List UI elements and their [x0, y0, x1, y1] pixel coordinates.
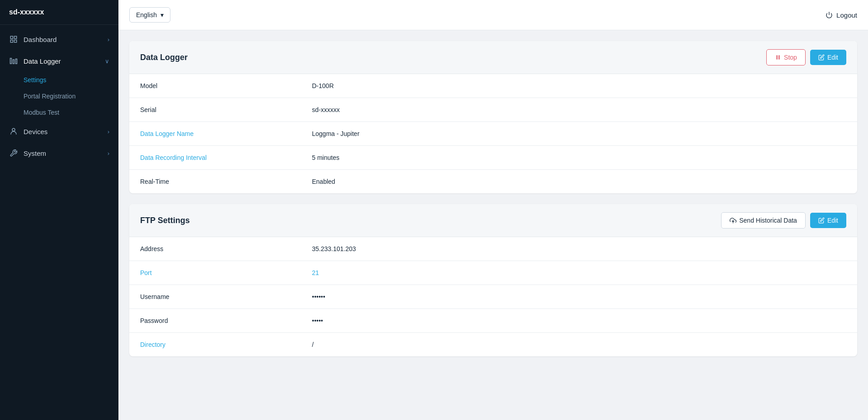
- ftp-actions: Send Historical Data Edit: [721, 212, 846, 229]
- field-value-password: •••••: [312, 317, 846, 324]
- stop-label: Stop: [784, 54, 797, 61]
- svg-point-7: [12, 128, 15, 131]
- data-logger-edit-button[interactable]: Edit: [810, 50, 846, 65]
- table-row: Address 35.233.101.203: [129, 237, 857, 261]
- svg-rect-10: [778, 55, 779, 59]
- field-label-port: Port: [140, 269, 312, 276]
- language-label: English: [136, 11, 157, 19]
- data-logger-edit-label: Edit: [827, 54, 838, 61]
- field-value-directory: /: [312, 341, 846, 348]
- field-label-directory: Directory: [140, 341, 312, 348]
- send-historical-button[interactable]: Send Historical Data: [721, 212, 806, 229]
- svg-rect-9: [777, 55, 778, 59]
- ftp-title: FTP Settings: [140, 216, 190, 225]
- data-logger-actions: Stop Edit: [766, 49, 846, 65]
- data-logger-table: Model D-100R Serial sd-xxxxxx Data Logge…: [129, 74, 857, 193]
- sidebar-sub-menu: Settings Portal Registration Modbus Test: [0, 72, 118, 121]
- grid-icon: [9, 35, 18, 44]
- sidebar-item-label-dashboard: Dashboard: [24, 36, 57, 43]
- field-value-realtime: Enabled: [312, 178, 846, 185]
- cloud-upload-icon: [730, 217, 736, 224]
- power-icon: [826, 11, 833, 19]
- ftp-header: FTP Settings Send Historical Data Edi: [129, 204, 857, 237]
- wrench-icon: [9, 149, 18, 158]
- data-logger-title: Data Logger: [140, 53, 188, 62]
- chevron-right-icon: ›: [108, 36, 109, 43]
- field-value-address: 35.233.101.203: [312, 245, 846, 252]
- main-wrapper: English ▾ Logout Data Logger Stop: [118, 0, 868, 420]
- logout-button[interactable]: Logout: [826, 11, 857, 19]
- table-row: Username ••••••: [129, 285, 857, 309]
- sidebar-item-devices[interactable]: Devices ›: [0, 121, 118, 142]
- sidebar-item-label-system: System: [24, 149, 46, 157]
- ftp-section: FTP Settings Send Historical Data Edi: [129, 204, 857, 356]
- svg-rect-5: [13, 60, 14, 64]
- field-label-serial: Serial: [140, 106, 312, 113]
- field-value-name: Loggma - Jupiter: [312, 130, 846, 137]
- sidebar-nav: Dashboard › Data Logger ∨ Settings Porta…: [0, 25, 118, 420]
- pause-icon: [775, 54, 781, 61]
- brand-name: sd-xxxxxx: [0, 0, 118, 25]
- sidebar-item-label-devices: Devices: [24, 128, 47, 135]
- ftp-table: Address 35.233.101.203 Port 21 Username …: [129, 237, 857, 356]
- table-row: Data Logger Name Loggma - Jupiter: [129, 122, 857, 146]
- stop-button[interactable]: Stop: [766, 49, 806, 65]
- svg-rect-4: [10, 58, 12, 64]
- sidebar-item-label-data-logger: Data Logger: [24, 57, 61, 65]
- field-value-serial: sd-xxxxxx: [312, 106, 846, 113]
- topbar: English ▾ Logout: [118, 0, 868, 30]
- data-logger-header: Data Logger Stop Edit: [129, 41, 857, 74]
- sidebar-item-modbus-test[interactable]: Modbus Test: [24, 104, 118, 121]
- edit-icon: [818, 54, 825, 61]
- field-value-model: D-100R: [312, 82, 846, 89]
- chevron-right-icon-3: ›: [108, 150, 109, 157]
- language-selector[interactable]: English ▾: [129, 7, 170, 23]
- main-content: Data Logger Stop Edit: [118, 30, 868, 420]
- table-row: Serial sd-xxxxxx: [129, 98, 857, 122]
- svg-rect-1: [14, 36, 17, 38]
- sidebar: sd-xxxxxx Dashboard ›: [0, 0, 118, 420]
- sidebar-item-data-logger[interactable]: Data Logger ∨: [0, 50, 118, 72]
- chevron-right-icon-2: ›: [108, 128, 109, 135]
- bars-icon: [9, 56, 18, 65]
- table-row: Port 21: [129, 261, 857, 285]
- svg-rect-0: [10, 36, 13, 38]
- field-label-password: Password: [140, 317, 312, 324]
- data-logger-section: Data Logger Stop Edit: [129, 41, 857, 193]
- table-row: Model D-100R: [129, 74, 857, 98]
- field-value-interval: 5 minutes: [312, 154, 846, 161]
- ftp-edit-button[interactable]: Edit: [810, 213, 846, 228]
- field-label-address: Address: [140, 245, 312, 252]
- field-value-port: 21: [312, 269, 846, 276]
- field-label-interval: Data Recording Interval: [140, 154, 312, 161]
- person-icon: [9, 127, 18, 136]
- logout-label: Logout: [836, 11, 857, 19]
- chevron-down-icon: ∨: [105, 58, 109, 65]
- edit-icon-2: [818, 217, 825, 224]
- sidebar-item-portal-registration[interactable]: Portal Registration: [24, 88, 118, 104]
- sidebar-item-system[interactable]: System ›: [0, 142, 118, 164]
- sidebar-item-settings[interactable]: Settings: [24, 72, 118, 88]
- sidebar-item-dashboard[interactable]: Dashboard ›: [0, 28, 118, 50]
- table-row: Password •••••: [129, 309, 857, 333]
- dropdown-arrow-icon: ▾: [160, 11, 164, 19]
- svg-rect-3: [14, 40, 17, 42]
- field-value-username: ••••••: [312, 293, 846, 300]
- svg-rect-6: [16, 59, 17, 64]
- send-historical-label: Send Historical Data: [739, 217, 797, 224]
- field-label-realtime: Real-Time: [140, 178, 312, 185]
- field-label-model: Model: [140, 82, 312, 89]
- table-row: Real-Time Enabled: [129, 170, 857, 193]
- table-row: Data Recording Interval 5 minutes: [129, 146, 857, 170]
- svg-rect-2: [10, 40, 13, 42]
- ftp-edit-label: Edit: [827, 217, 838, 224]
- field-label-username: Username: [140, 293, 312, 300]
- table-row: Directory /: [129, 333, 857, 356]
- field-label-name: Data Logger Name: [140, 130, 312, 137]
